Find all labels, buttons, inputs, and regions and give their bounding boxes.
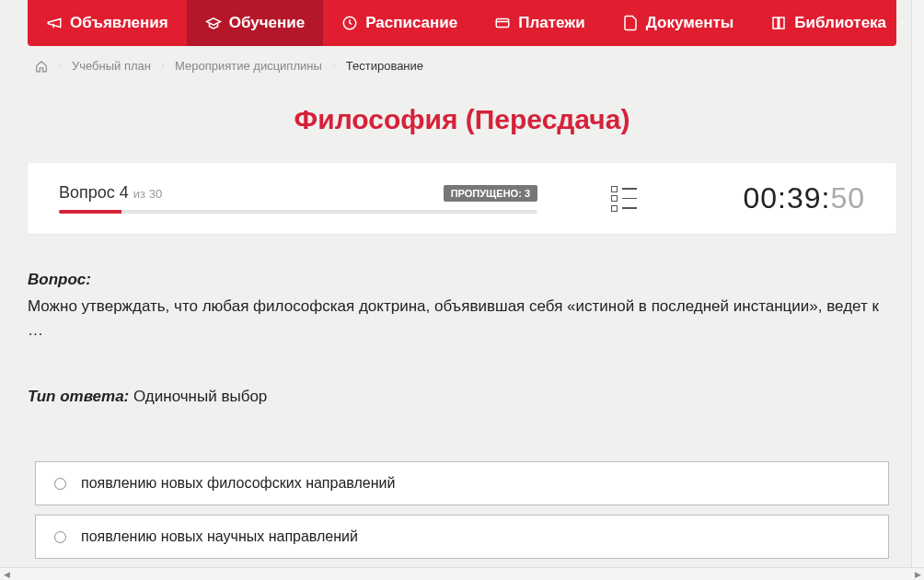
answer-type-value: Одиночный выбор xyxy=(133,388,267,405)
home-icon[interactable] xyxy=(35,60,48,73)
card-icon xyxy=(494,15,511,31)
nav-education[interactable]: Обучение xyxy=(187,0,323,46)
radio-icon[interactable] xyxy=(54,478,66,490)
graduation-cap-icon xyxy=(205,15,222,31)
scroll-left-arrow[interactable]: ◀ xyxy=(0,568,13,581)
question-number: 4 xyxy=(120,183,129,202)
question-label: Вопрос: xyxy=(28,271,896,289)
timer-main: 00:39: xyxy=(743,181,830,215)
answer-option[interactable]: появлению новых научных направлений xyxy=(35,515,889,559)
breadcrumb-current: Тестирование xyxy=(346,59,423,73)
nav-announcements[interactable]: Объявления xyxy=(28,0,187,46)
nav-label: Расписание xyxy=(365,14,457,32)
chevron-down-icon xyxy=(897,14,908,32)
breadcrumb-link-event[interactable]: Мероприятие дисциплины xyxy=(175,59,322,73)
nav-library[interactable]: Библиотека xyxy=(752,0,924,46)
question-list-icon[interactable] xyxy=(611,186,641,212)
horizontal-scrollbar[interactable]: ◀ ▶ xyxy=(0,567,924,580)
answer-type-label: Тип ответа: xyxy=(28,388,129,405)
question-text: Можно утверждать, что любая философская … xyxy=(28,295,896,342)
vertical-scrollbar[interactable] xyxy=(911,0,924,567)
page-title: Философия (Пересдача) xyxy=(28,104,896,135)
nav-label: Документы xyxy=(646,14,734,32)
main-nav: Объявления Обучение Расписание Платежи xyxy=(28,0,896,46)
question-info-panel: ПРОПУЩЕНО: 3 Вопрос 4 из 30 00:39: xyxy=(28,163,896,234)
svg-rect-1 xyxy=(496,19,509,28)
answer-type: Тип ответа: Одиночный выбор xyxy=(28,388,896,406)
chevron-right-icon xyxy=(158,59,167,73)
timer-seconds: 50 xyxy=(830,181,865,215)
nav-label: Объявления xyxy=(70,14,168,32)
answers-list: появлению новых философских направлений … xyxy=(28,461,896,567)
megaphone-icon xyxy=(46,15,63,31)
radio-icon[interactable] xyxy=(54,531,66,543)
document-icon xyxy=(622,15,639,31)
chevron-right-icon xyxy=(329,59,339,73)
question-progress: ПРОПУЩЕНО: 3 Вопрос 4 из 30 xyxy=(59,183,537,214)
nav-label: Обучение xyxy=(229,14,305,32)
nav-payments[interactable]: Платежи xyxy=(476,0,604,46)
nav-label: Платежи xyxy=(518,14,585,32)
skipped-badge: ПРОПУЩЕНО: 3 xyxy=(444,185,537,202)
timer: 00:39:50 xyxy=(743,181,865,215)
book-icon xyxy=(770,15,787,31)
scroll-right-arrow[interactable]: ▶ xyxy=(911,568,924,581)
question-content: Вопрос: Можно утверждать, что любая фило… xyxy=(28,234,896,567)
clock-icon xyxy=(341,15,358,31)
progress-fill xyxy=(59,210,121,214)
nav-label: Библиотека xyxy=(794,14,886,32)
answer-text: появлению новых научных направлений xyxy=(81,528,358,545)
scroll-track[interactable] xyxy=(13,568,911,580)
question-word: Вопрос xyxy=(59,183,115,202)
progress-bar xyxy=(59,210,537,214)
breadcrumb: Учебный план Мероприятие дисциплины Тест… xyxy=(28,46,896,86)
breadcrumb-link-plan[interactable]: Учебный план xyxy=(72,59,151,73)
nav-schedule[interactable]: Расписание xyxy=(323,0,476,46)
answer-option[interactable]: появлению новых философских направлений xyxy=(35,461,889,505)
chevron-right-icon xyxy=(55,59,64,73)
nav-documents[interactable]: Документы xyxy=(604,0,753,46)
answer-text: появлению новых философских направлений xyxy=(81,475,395,492)
